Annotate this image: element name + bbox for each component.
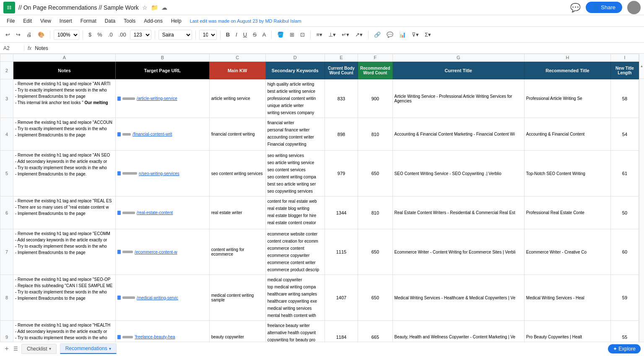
comment-button[interactable]: 💬 [384, 30, 395, 39]
col-h-header[interactable]: H [524, 54, 610, 62]
user-avatar[interactable] [627, 1, 641, 14]
cell-g4[interactable]: Accounting & Financial Content Marketing… [392, 118, 524, 151]
filter-button[interactable]: ⊽▾ [410, 30, 421, 39]
url-link-5[interactable]: n/seo-writing-services [139, 171, 179, 176]
cell-e8[interactable]: 1407 [325, 275, 358, 321]
cell-i4[interactable]: 54 [610, 118, 639, 151]
cell-h6[interactable]: Professional Real Estate Conte [524, 196, 610, 229]
cell-b8[interactable]: /medical-writing-servic [116, 275, 210, 321]
url-link-8[interactable]: /medical-writing-servic [137, 296, 178, 300]
url-link-3[interactable]: /article-writing-service [137, 96, 177, 101]
cell-c3[interactable]: article writing service [209, 79, 265, 118]
cell-b3[interactable]: /article-writing-service [116, 79, 210, 118]
col-i-header[interactable]: I [610, 54, 639, 62]
menu-insert[interactable]: Insert [56, 17, 75, 25]
text-color-button[interactable]: A [260, 30, 268, 39]
merge-button[interactable]: ⊡ [298, 30, 307, 39]
sheet-tab-checklist[interactable]: Checklist ▾ [21, 344, 57, 354]
cell-g8[interactable]: Medical Writing Services - Healthcare & … [392, 275, 524, 321]
text-wrap-button[interactable]: ↵▾ [340, 30, 351, 39]
cell-g7[interactable]: Ecommerce Writer - Content Writing for E… [392, 229, 524, 275]
chart-button[interactable]: 📊 [397, 30, 408, 39]
cell-f3[interactable]: 900 [358, 79, 392, 118]
cell-e3[interactable]: 833 [325, 79, 358, 118]
cell-a7[interactable]: - Remove the existing h1 tag and replace… [13, 229, 115, 275]
col-a-header[interactable]: A [13, 54, 115, 62]
cell-h8[interactable]: Medical Writing Services - Heal [524, 275, 610, 321]
italic-button[interactable]: I [234, 30, 239, 39]
text-rotate-button[interactable]: ↗▾ [353, 30, 365, 39]
star-icon[interactable]: ☆ [142, 4, 148, 11]
cell-c4[interactable]: financial content writing [209, 118, 265, 151]
cell-b4[interactable]: /financial-content-writ [116, 118, 210, 151]
cell-e4[interactable]: 898 [325, 118, 358, 151]
cell-d8[interactable]: medical copywritertop medical writing co… [265, 275, 325, 321]
url-link-9[interactable]: 'freelance-beauty-hea [135, 335, 175, 339]
cell-d7[interactable]: ecommerce website contercontent creation… [265, 229, 325, 275]
fill-color-button[interactable]: 🪣 [275, 30, 286, 39]
valign-button[interactable]: ⊥▾ [326, 30, 338, 39]
cell-h7[interactable]: Ecommerce Writer - Creative Co [524, 229, 610, 275]
formula-input[interactable] [35, 45, 641, 51]
cell-d5[interactable]: seo writing servicesseo article writing … [265, 151, 325, 196]
cell-a6[interactable]: - Remove the existing h1 tag and replace… [13, 196, 115, 229]
cell-i6[interactable]: 50 [610, 196, 639, 229]
cell-a9[interactable]: - Remove the existing h1 tag and replace… [13, 321, 115, 342]
url-link-6[interactable]: /real-estate-content [137, 210, 173, 215]
cell-h3[interactable]: Professional Article Writing Se [524, 79, 610, 118]
cell-d9[interactable]: freelance beauty writeralternative healt… [265, 321, 325, 342]
paint-format-button[interactable]: 🎨 [36, 30, 47, 39]
cell-h9[interactable]: Pro Beauty Copywrites | Healt [524, 321, 610, 342]
col-f-header[interactable]: F [358, 54, 392, 62]
share-button[interactable]: 👤 Share [586, 2, 622, 13]
cell-d4[interactable]: financial writerpersonal finance writera… [265, 118, 325, 151]
col-e-header[interactable]: E [325, 54, 358, 62]
folder-icon[interactable]: 📁 [151, 4, 158, 11]
cell-f4[interactable]: 810 [358, 118, 392, 151]
menu-tools[interactable]: Tools [120, 17, 139, 25]
font-select[interactable]: Saira [158, 30, 192, 40]
col-d-header[interactable]: D [265, 54, 325, 62]
cell-f7[interactable]: 650 [358, 229, 392, 275]
url-link-4[interactable]: /financial-content-writ [132, 132, 172, 136]
cell-d6[interactable]: content for real estate webreal estate b… [265, 196, 325, 229]
cell-i3[interactable]: 58 [610, 79, 639, 118]
cell-c9[interactable]: beauty copywriter [209, 321, 265, 342]
menu-addons[interactable]: Add-ons [140, 17, 166, 25]
cell-e6[interactable]: 1344 [325, 196, 358, 229]
cell-e5[interactable]: 979 [325, 151, 358, 196]
cell-c6[interactable]: real estate writer [209, 196, 265, 229]
underline-button[interactable]: U [241, 30, 249, 39]
url-link-7[interactable]: /ecommerce-content-w [135, 250, 177, 254]
cell-i9[interactable]: 55 [610, 321, 639, 342]
link-button[interactable]: 🔗 [372, 30, 383, 39]
cell-a8[interactable]: - Remove the existing h1 tag and replace… [13, 275, 115, 321]
print-button[interactable]: 🖨 [24, 30, 34, 39]
align-button[interactable]: ≡▾ [314, 30, 325, 39]
cell-h4[interactable]: Accounting & Financial Content [524, 118, 610, 151]
menu-format[interactable]: Format [77, 17, 100, 25]
cell-a3[interactable]: - Remove the existing h1 tag and replace… [13, 79, 115, 118]
cell-b7[interactable]: /ecommerce-content-w [116, 229, 210, 275]
currency-button[interactable]: $ [86, 30, 93, 39]
cell-i5[interactable]: 61 [610, 151, 639, 196]
undo-button[interactable]: ↩ [3, 30, 12, 39]
cell-i7[interactable]: 60 [610, 229, 639, 275]
cell-a4[interactable]: - Remove the existing h1 tag and replace… [13, 118, 115, 151]
menu-help[interactable]: Help [168, 17, 185, 25]
cell-e9[interactable]: 1184 [325, 321, 358, 342]
cell-g9[interactable]: Beauty, Health and Wellness Copywriter -… [392, 321, 524, 342]
explore-button[interactable]: ✦ Explore [608, 344, 641, 353]
cell-d3[interactable]: high quality article writingbest article… [265, 79, 325, 118]
cell-f5[interactable]: 650 [358, 151, 392, 196]
border-button[interactable]: ⊞ [288, 30, 296, 39]
cell-f8[interactable]: 650 [358, 275, 392, 321]
percent-button[interactable]: % [95, 30, 104, 39]
cell-b6[interactable]: /real-estate-content [116, 196, 210, 229]
menu-view[interactable]: View [37, 17, 55, 25]
format-select[interactable]: 123 [130, 30, 151, 40]
cell-c8[interactable]: medical content writing sample [209, 275, 265, 321]
cell-h5[interactable]: Top-Notch SEO Content Writing [524, 151, 610, 196]
col-c-header[interactable]: C [209, 54, 265, 62]
cell-e7[interactable]: 1115 [325, 229, 358, 275]
